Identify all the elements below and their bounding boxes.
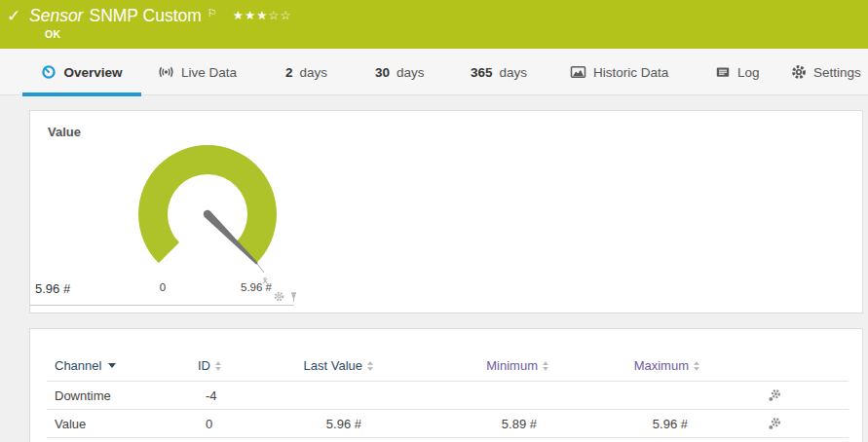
sensor-title: Sensor SNMP Custom ⚐ ★★★☆☆ — [29, 6, 292, 26]
sort-desc-icon — [108, 363, 116, 368]
status-badge: OK — [45, 28, 60, 40]
tab-bar: Overview Live Data 2 days 30 days 365 da… — [0, 49, 868, 95]
live-data-icon — [158, 64, 174, 80]
gauge-settings-gear-icon[interactable] — [274, 291, 284, 302]
flag-icon[interactable]: ⚐ — [208, 7, 217, 19]
table-header-row: Channel ID Last Value Minimum Maximum — [47, 350, 849, 382]
tab-log[interactable]: Log — [715, 49, 760, 95]
channel-id: 0 — [198, 417, 293, 431]
sort-icon — [215, 361, 221, 371]
sensor-name: SNMP Custom — [89, 6, 201, 26]
log-icon — [715, 64, 731, 80]
value-gauge: x̄ 0 5.96 # — [108, 130, 361, 306]
gauge-panel-title: Value — [48, 125, 81, 139]
tab-label: Live Data — [181, 65, 237, 80]
channel-last-value: 5.96 # — [293, 417, 373, 431]
gauge-min-label: 0 — [160, 281, 166, 293]
channel-table-panel: Channel ID Last Value Minimum Maximum — [29, 328, 863, 442]
pin-icon[interactable] — [288, 291, 299, 303]
col-header-id[interactable]: ID — [198, 358, 293, 373]
active-tab-underline — [22, 92, 141, 96]
gear-icon — [791, 64, 807, 80]
table-row-value[interactable]: Value 0 5.96 # 5.89 # 5.96 # — [47, 410, 849, 438]
channel-maximum: 5.96 # — [548, 417, 699, 431]
gauge-current-value: 5.96 # — [35, 281, 70, 296]
tab-30-days[interactable]: 30 days — [375, 49, 425, 95]
tab-label: Overview — [63, 65, 122, 80]
tab-label: days — [300, 65, 328, 80]
channel-settings-button[interactable] — [699, 417, 849, 431]
tab-label: Settings — [813, 65, 861, 80]
gauge-tools — [274, 291, 299, 303]
gauge-max-label: 5.96 # — [241, 281, 273, 293]
tab-historic-data[interactable]: Historic Data — [570, 49, 668, 95]
channel-minimum: 5.89 # — [373, 417, 548, 431]
channel-name[interactable]: Value — [47, 417, 198, 431]
gauge-icon — [41, 64, 57, 80]
tab-live-data[interactable]: Live Data — [158, 49, 237, 95]
stars-empty: ☆☆ — [268, 9, 291, 22]
channel-settings-button[interactable] — [699, 388, 849, 403]
channel-table: Channel ID Last Value Minimum Maximum — [47, 350, 849, 438]
col-header-minimum[interactable]: Minimum — [373, 358, 548, 373]
priority-stars[interactable]: ★★★☆☆ — [233, 8, 292, 22]
channel-gears-icon — [767, 417, 781, 431]
tab-label: Historic Data — [593, 65, 668, 80]
tab-365-days[interactable]: 365 days — [471, 49, 527, 95]
tab-label: Log — [737, 65, 760, 80]
channel-gears-icon — [767, 388, 781, 403]
gauge-panel: Value x̄ 0 5.96 # 5.96 # — [29, 110, 863, 313]
channel-id: -4 — [198, 388, 293, 403]
historic-data-icon — [570, 64, 586, 80]
table-row-downtime[interactable]: Downtime -4 — [47, 382, 849, 410]
col-header-maximum[interactable]: Maximum — [548, 358, 699, 373]
tab-settings[interactable]: Settings — [791, 49, 861, 95]
status-check-icon: ✓ — [7, 6, 20, 26]
gauge-cell-divider — [30, 305, 294, 306]
sort-icon — [694, 361, 699, 371]
stars-filled: ★★★ — [233, 9, 269, 22]
col-header-channel[interactable]: Channel — [47, 358, 198, 373]
sensor-type-label: Sensor — [29, 6, 83, 26]
channel-name[interactable]: Downtime — [47, 388, 198, 403]
col-header-last-value[interactable]: Last Value — [293, 358, 373, 373]
tab-label: days — [396, 65, 425, 80]
tab-2-days[interactable]: 2 days — [285, 49, 327, 95]
tab-overview[interactable]: Overview — [22, 49, 141, 95]
sensor-status-header: ✓ Sensor SNMP Custom ⚐ ★★★☆☆ OK — [0, 0, 868, 49]
sensor-overview-page: ✓ Sensor SNMP Custom ⚐ ★★★☆☆ OK Overview… — [0, 0, 868, 442]
tab-label: days — [500, 65, 528, 80]
